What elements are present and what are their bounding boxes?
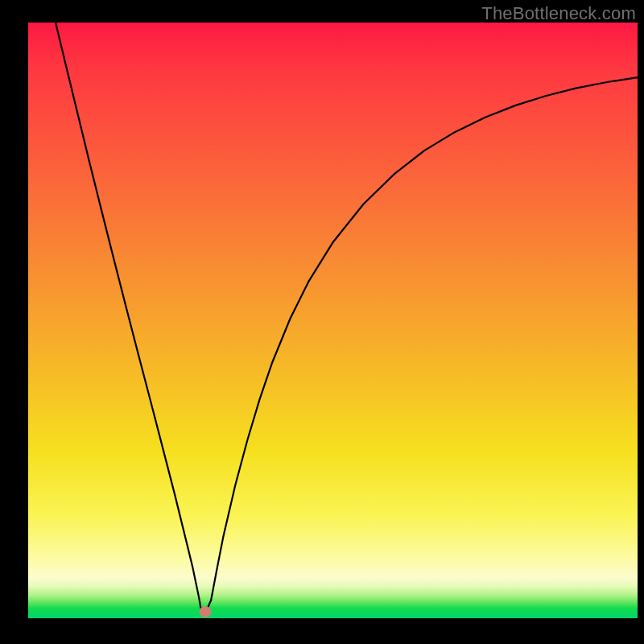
minimum-marker-dot [199,606,211,617]
bottleneck-curve [28,23,638,618]
watermark-text: TheBottleneck.com [481,3,636,24]
chart-frame: TheBottleneck.com [0,0,644,644]
plot-area [28,23,638,618]
